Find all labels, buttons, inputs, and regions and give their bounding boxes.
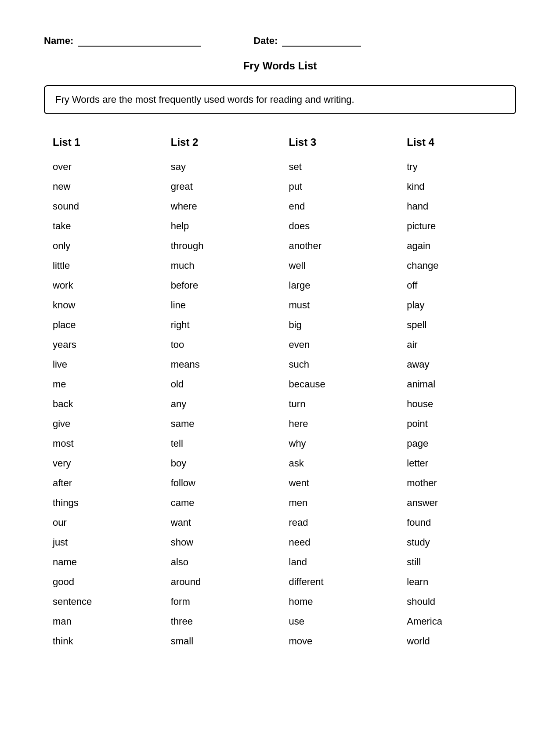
list-item: want [171, 515, 271, 530]
list-item: well [289, 258, 390, 273]
list-item: away [407, 357, 507, 372]
list-item: too [171, 337, 271, 352]
description-box: Fry Words are the most frequently used w… [44, 85, 516, 114]
list-item: where [171, 199, 271, 213]
list-header-1: List 1 [53, 136, 153, 151]
list-item: also [171, 555, 271, 569]
list-item: take [53, 219, 153, 233]
list-item: because [289, 377, 390, 391]
list-item: different [289, 575, 390, 589]
list-item: hand [407, 199, 507, 213]
list-item: very [53, 456, 153, 470]
list-item: place [53, 318, 153, 332]
list-item: air [407, 337, 507, 352]
list-header-2: List 2 [171, 136, 271, 151]
list-item: little [53, 258, 153, 273]
list-item: should [407, 594, 507, 609]
list-header-4: List 4 [407, 136, 507, 151]
list-column-1: List 1overnewsoundtakeonlylittleworkknow… [44, 136, 162, 654]
list-item: kind [407, 179, 507, 194]
list-item: set [289, 159, 390, 174]
list-item: great [171, 179, 271, 194]
list-item: sentence [53, 594, 153, 609]
list-item: men [289, 495, 390, 510]
list-item: read [289, 515, 390, 530]
list-item: even [289, 337, 390, 352]
list-item: means [171, 357, 271, 372]
name-field: Name: [44, 35, 201, 47]
list-item: need [289, 535, 390, 549]
list-item: only [53, 239, 153, 253]
word-lists-container: List 1overnewsoundtakeonlylittleworkknow… [44, 136, 516, 654]
list-item: show [171, 535, 271, 549]
list-item: most [53, 436, 153, 451]
list-item: line [171, 298, 271, 312]
list-item: much [171, 258, 271, 273]
list-item: large [289, 278, 390, 293]
list-item: put [289, 179, 390, 194]
list-item: off [407, 278, 507, 293]
date-line[interactable] [282, 36, 361, 47]
list-item: study [407, 535, 507, 549]
list-item: does [289, 219, 390, 233]
list-item: came [171, 495, 271, 510]
list-item: mother [407, 476, 507, 490]
list-item: spell [407, 318, 507, 332]
list-item: try [407, 159, 507, 174]
list-item: move [289, 634, 390, 648]
list-item: old [171, 377, 271, 391]
list-item: went [289, 476, 390, 490]
list-item: animal [407, 377, 507, 391]
list-item: must [289, 298, 390, 312]
list-item: tell [171, 436, 271, 451]
list-item: good [53, 575, 153, 589]
list-item: play [407, 298, 507, 312]
list-item: again [407, 239, 507, 253]
list-item: letter [407, 456, 507, 470]
list-item: just [53, 535, 153, 549]
list-item: same [171, 416, 271, 431]
list-item: form [171, 594, 271, 609]
list-item: end [289, 199, 390, 213]
list-item: through [171, 239, 271, 253]
list-item: back [53, 397, 153, 411]
list-item: point [407, 416, 507, 431]
list-item: change [407, 258, 507, 273]
list-item: here [289, 416, 390, 431]
list-item: ask [289, 456, 390, 470]
header-section: Name: Date: [44, 35, 516, 47]
list-item: big [289, 318, 390, 332]
list-item: found [407, 515, 507, 530]
list-item: America [407, 614, 507, 629]
list-item: follow [171, 476, 271, 490]
list-item: years [53, 337, 153, 352]
list-item: world [407, 634, 507, 648]
list-item: use [289, 614, 390, 629]
list-item: another [289, 239, 390, 253]
list-item: live [53, 357, 153, 372]
list-item: three [171, 614, 271, 629]
list-item: still [407, 555, 507, 569]
list-header-3: List 3 [289, 136, 390, 151]
list-column-4: List 4trykindhandpictureagainchangeoffpl… [398, 136, 516, 654]
list-column-3: List 3setputenddoesanotherwelllargemustb… [280, 136, 398, 654]
list-item: our [53, 515, 153, 530]
page-title: Fry Words List [243, 60, 317, 72]
list-item: man [53, 614, 153, 629]
list-item: think [53, 634, 153, 648]
list-item: house [407, 397, 507, 411]
description-text: Fry Words are the most frequently used w… [55, 94, 354, 105]
date-field: Date: [253, 35, 361, 47]
list-item: know [53, 298, 153, 312]
list-item: me [53, 377, 153, 391]
list-item: around [171, 575, 271, 589]
list-item: turn [289, 397, 390, 411]
list-item: help [171, 219, 271, 233]
date-label: Date: [253, 35, 278, 47]
list-item: name [53, 555, 153, 569]
list-item: picture [407, 219, 507, 233]
name-line[interactable] [78, 36, 201, 47]
list-item: new [53, 179, 153, 194]
list-item: right [171, 318, 271, 332]
list-item: any [171, 397, 271, 411]
